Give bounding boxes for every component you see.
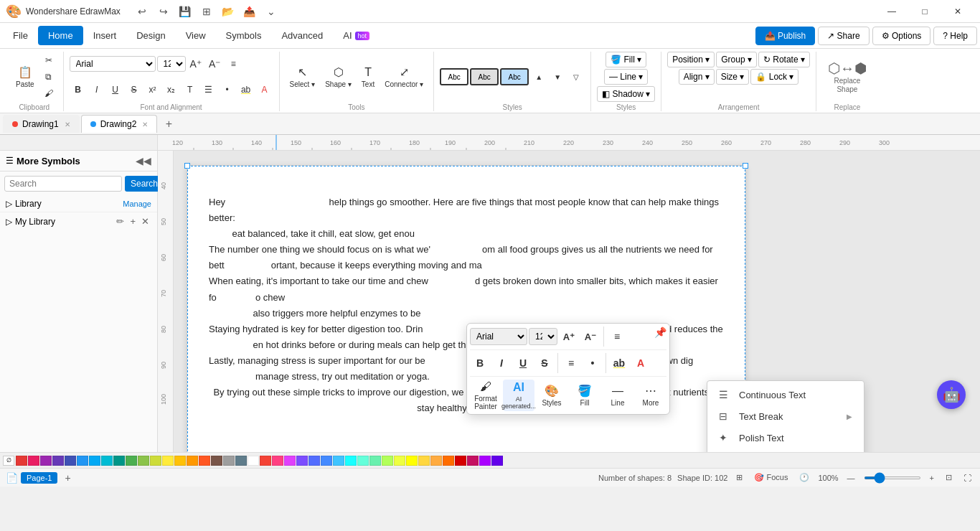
close-button[interactable]: ✕ xyxy=(941,0,974,23)
color-swatch[interactable] xyxy=(40,456,52,466)
color-swatch[interactable] xyxy=(296,456,308,466)
bullet-button[interactable]: • xyxy=(219,82,236,98)
save-button[interactable]: 💾 xyxy=(175,4,195,19)
zoom-in-button[interactable]: + xyxy=(927,472,937,484)
ft-more-button[interactable]: ⋯ More xyxy=(635,380,666,411)
menu-design[interactable]: Design xyxy=(126,26,175,45)
minimize-button[interactable]: — xyxy=(875,0,908,23)
ft-color-button[interactable]: A xyxy=(631,353,651,373)
fill-button[interactable]: 🪣 Fill ▾ xyxy=(606,52,646,67)
italic-ribbon-button[interactable]: I xyxy=(88,82,105,98)
ft-fill-button[interactable]: 🪣 Fill xyxy=(569,380,600,411)
menu-symbols[interactable]: Symbols xyxy=(216,26,272,45)
pin-icon[interactable]: 📌 xyxy=(654,326,666,338)
ft-bold-button[interactable]: B xyxy=(470,353,490,373)
sidebar-search-input[interactable] xyxy=(4,176,122,192)
ft-align-button[interactable]: ≡ xyxy=(607,326,627,347)
ai-chat-button[interactable]: 🤖 xyxy=(937,380,966,409)
tab-drawing2[interactable]: Drawing2 ✕ xyxy=(81,115,158,133)
new-button[interactable]: ⊞ xyxy=(197,4,217,19)
color-swatch[interactable] xyxy=(467,456,479,466)
manage-link[interactable]: Manage xyxy=(123,199,151,208)
superscript-button[interactable]: x² xyxy=(144,82,161,98)
no-fill-swatch[interactable]: ∅ xyxy=(3,456,14,466)
styles-scroll-down[interactable]: ▼ xyxy=(549,69,566,85)
undo-button[interactable]: ↩ xyxy=(132,4,152,19)
font-selector[interactable]: Arial xyxy=(70,56,156,72)
replace-shape-button[interactable]: ⬡↔⬢ ReplaceShape xyxy=(822,58,872,95)
color-swatch[interactable] xyxy=(443,456,454,466)
menu-home[interactable]: Home xyxy=(38,26,83,45)
color-swatch[interactable] xyxy=(187,456,198,466)
fit-page-button[interactable]: ⊡ xyxy=(943,471,955,484)
menu-view[interactable]: View xyxy=(176,26,216,45)
ft-italic-button[interactable]: I xyxy=(491,353,512,373)
shape-button[interactable]: ⬡ Shape ▾ xyxy=(321,60,356,94)
color-swatch[interactable] xyxy=(284,456,296,466)
color-swatch[interactable] xyxy=(89,456,100,466)
color-swatch[interactable] xyxy=(357,456,369,466)
cm-polish-text[interactable]: ✦ Polish Text xyxy=(707,427,864,448)
add-tab-button[interactable]: + xyxy=(159,114,179,134)
share-button[interactable]: ↗ Share xyxy=(818,27,869,45)
line-button[interactable]: — Line ▾ xyxy=(604,69,648,85)
open-button[interactable]: 📂 xyxy=(218,4,238,19)
ft-font-selector[interactable]: Arial xyxy=(470,328,527,345)
tab-close-1[interactable]: ✕ xyxy=(65,121,70,128)
styles-expand[interactable]: ▽ xyxy=(567,69,585,85)
ft-underline-button[interactable]: U xyxy=(513,353,533,373)
color-swatch[interactable] xyxy=(28,456,39,466)
font-color-button[interactable]: A xyxy=(256,82,273,98)
color-swatch[interactable] xyxy=(52,456,64,466)
rotate-button[interactable]: ↻ Rotate ▾ xyxy=(758,52,810,67)
ft-font-shrink[interactable]: A⁻ xyxy=(580,326,600,347)
fullscreen-button[interactable]: ⛶ xyxy=(961,472,974,484)
edit-library-button[interactable]: ✏ xyxy=(114,215,126,227)
color-swatch[interactable] xyxy=(345,456,357,466)
color-swatch[interactable] xyxy=(406,456,418,466)
group-button[interactable]: Group ▾ xyxy=(716,52,757,67)
font-decrease-button[interactable]: A⁻ xyxy=(206,56,223,72)
menu-advanced[interactable]: Advanced xyxy=(271,26,333,45)
cm-text-break[interactable]: ⊟ Text Break ▶ xyxy=(707,405,864,427)
help-button[interactable]: ? Help xyxy=(933,27,977,45)
color-swatch[interactable] xyxy=(150,456,161,466)
color-swatch[interactable] xyxy=(235,456,247,466)
color-swatch[interactable] xyxy=(321,456,332,466)
ft-unordered-list-button[interactable]: • xyxy=(583,353,603,373)
add-page-button[interactable]: + xyxy=(60,471,75,485)
color-swatch[interactable] xyxy=(174,456,186,466)
shadow-button[interactable]: ◧ Shadow ▾ xyxy=(597,86,655,102)
color-swatch[interactable] xyxy=(369,456,381,466)
add-library-button[interactable]: + xyxy=(128,215,138,227)
styles-scroll-up[interactable]: ▲ xyxy=(530,69,547,85)
zoom-slider[interactable] xyxy=(864,476,921,479)
options-button[interactable]: ⚙ Options xyxy=(872,27,931,45)
cm-continuous-text[interactable]: ☰ Continuous Text xyxy=(707,384,864,405)
color-swatch[interactable] xyxy=(430,456,442,466)
color-swatch[interactable] xyxy=(394,456,405,466)
sidebar-collapse-button[interactable]: ◀◀ xyxy=(136,155,151,166)
list-button[interactable]: ☰ xyxy=(200,82,217,98)
export-button[interactable]: 📤 xyxy=(240,4,260,19)
select-button[interactable]: ↖ Select ▾ xyxy=(286,60,320,94)
ft-line-button[interactable]: — Line xyxy=(602,380,633,411)
color-swatch[interactable] xyxy=(382,456,393,466)
subscript-button[interactable]: x₂ xyxy=(163,82,180,98)
clock-button[interactable]: 🕐 xyxy=(796,471,812,484)
color-swatch[interactable] xyxy=(260,456,271,466)
ft-highlight-button[interactable]: ab xyxy=(609,353,629,373)
font-size-selector[interactable]: 12 xyxy=(157,56,186,72)
color-swatch[interactable] xyxy=(491,456,503,466)
lock-button[interactable]: 🔒 Lock ▾ xyxy=(750,69,798,85)
remove-library-button[interactable]: ✕ xyxy=(139,215,151,227)
cut-button[interactable]: ✂ xyxy=(40,52,57,68)
publish-button[interactable]: 📤 Publish xyxy=(755,27,816,45)
my-library-label[interactable]: My Library xyxy=(15,217,111,227)
align-button[interactable]: ≡ xyxy=(225,56,242,72)
paste-button[interactable]: 📋 Paste xyxy=(11,60,39,94)
color-swatch[interactable] xyxy=(126,456,137,466)
zoom-out-button[interactable]: — xyxy=(844,472,858,484)
size-button[interactable]: Size ▾ xyxy=(716,69,750,85)
menu-file[interactable]: File xyxy=(3,26,38,45)
